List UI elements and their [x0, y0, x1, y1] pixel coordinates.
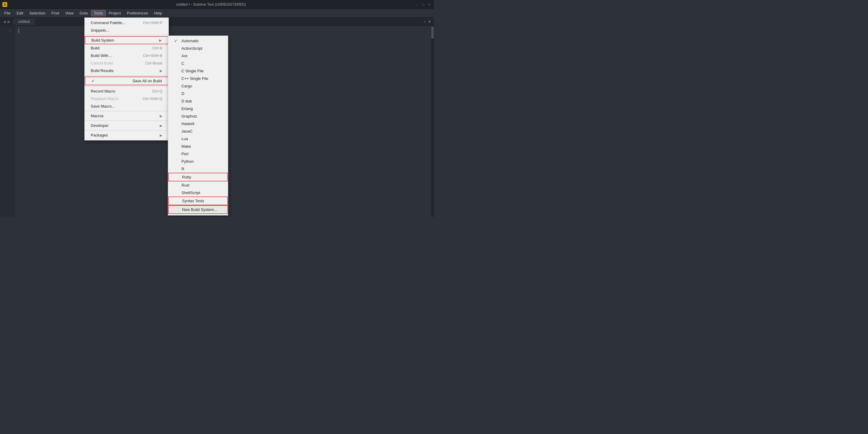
- build-system-javac[interactable]: JavaC: [168, 127, 228, 135]
- build-system-c-single[interactable]: C Single File: [168, 67, 228, 75]
- separator-4: [85, 111, 168, 111]
- build-system-new[interactable]: New Build System...: [168, 205, 228, 214]
- nav-right-icon[interactable]: ▶: [7, 19, 11, 24]
- menu-project[interactable]: Project: [106, 10, 124, 17]
- build-system-shellscript[interactable]: ShellScript: [168, 189, 228, 196]
- packages-arrow-icon: ▶: [160, 133, 162, 137]
- line-number-1: 1: [0, 28, 11, 33]
- build-label: Build: [91, 46, 99, 50]
- menu-file[interactable]: File: [1, 10, 13, 17]
- automatic-label: Automatic: [181, 38, 199, 43]
- tab-actions: + ▼: [424, 19, 432, 24]
- menu-build-system[interactable]: Build System ▶ ✓ Automatic ActionScript …: [85, 36, 168, 44]
- build-with-label: Build With...: [91, 53, 112, 58]
- build-system-cpp-single[interactable]: C++ Single File: [168, 75, 228, 82]
- syntax-tests-label: Syntax Tests: [182, 198, 204, 203]
- tab-untitled[interactable]: untitled: [13, 19, 35, 25]
- menu-record-macro[interactable]: Record Macro Ctrl+Q: [85, 87, 168, 95]
- haskell-label: Haskell: [181, 121, 194, 126]
- c-label: C: [181, 61, 184, 66]
- build-shortcut: Ctrl+B: [152, 46, 162, 50]
- menu-view[interactable]: View: [62, 10, 76, 17]
- menu-cancel-build: Cancel Build Ctrl+Break: [85, 59, 168, 67]
- macros-arrow-icon: ▶: [160, 114, 162, 118]
- menu-packages[interactable]: Packages ▶: [85, 131, 168, 139]
- graphviz-label: Graphviz: [181, 114, 197, 119]
- menu-save-macro[interactable]: Save Macro...: [85, 102, 168, 110]
- build-system-erlang[interactable]: Erlang: [168, 105, 228, 113]
- menu-edit[interactable]: Edit: [13, 10, 26, 17]
- menu-build-with[interactable]: Build With... Ctrl+Shift+B: [85, 52, 168, 59]
- menu-command-palette[interactable]: Command Palette... Ctrl+Shift+P: [85, 19, 168, 27]
- build-system-r[interactable]: R: [168, 165, 228, 173]
- ant-label: Ant: [181, 54, 187, 58]
- perl-label: Perl: [181, 152, 188, 156]
- menu-macros[interactable]: Macros ▶: [85, 112, 168, 120]
- build-system-graphviz[interactable]: Graphviz: [168, 113, 228, 120]
- window-title: untitled • - Sublime Text (UNREGISTERED): [9, 2, 413, 7]
- menu-tools[interactable]: Tools: [91, 10, 105, 16]
- playback-macro-label: Playback Macro: [91, 96, 119, 101]
- build-system-arrow-icon: ▶: [159, 38, 162, 42]
- menu-preferences[interactable]: Preferences: [124, 10, 151, 17]
- save-macro-label: Save Macro...: [91, 104, 115, 108]
- erlang-label: Erlang: [181, 106, 193, 111]
- c-single-label: C Single File: [181, 69, 204, 73]
- cancel-build-shortcut: Ctrl+Break: [145, 61, 162, 65]
- build-system-lua[interactable]: Lua: [168, 135, 228, 143]
- build-system-c[interactable]: C: [168, 60, 228, 67]
- minimize-button[interactable]: −: [415, 2, 420, 7]
- menu-playback-macro: Playback Macro Ctrl+Shift+Q: [85, 95, 168, 102]
- menu-save-all-on-build[interactable]: ✓ Save All on Build: [85, 76, 168, 85]
- titlebar: S untitled • - Sublime Text (UNREGISTERE…: [0, 0, 434, 9]
- separator-2: [85, 75, 168, 76]
- build-system-syntax-tests[interactable]: Syntax Tests: [168, 196, 228, 205]
- build-system-submenu: ✓ Automatic ActionScript Ant C C Single …: [168, 36, 228, 216]
- app-icon: S: [2, 2, 7, 7]
- build-system-perl[interactable]: Perl: [168, 150, 228, 158]
- maximize-button[interactable]: □: [421, 2, 426, 7]
- build-system-actionscript[interactable]: ActionScript: [168, 44, 228, 52]
- build-results-label: Build Results: [91, 68, 114, 73]
- make-label: Make: [181, 144, 191, 149]
- menu-help[interactable]: Help: [151, 10, 165, 17]
- build-results-arrow-icon: ▶: [160, 69, 162, 73]
- cancel-build-label: Cancel Build: [91, 61, 113, 65]
- build-system-cargo[interactable]: Cargo: [168, 82, 228, 90]
- tools-dropdown: Command Palette... Ctrl+Shift+P Snippets…: [84, 18, 169, 141]
- close-button[interactable]: ×: [427, 2, 432, 7]
- build-system-automatic[interactable]: ✓ Automatic: [168, 37, 228, 44]
- cargo-label: Cargo: [181, 84, 192, 88]
- menu-find[interactable]: Find: [49, 10, 62, 17]
- separator-1: [85, 35, 168, 35]
- playback-macro-shortcut: Ctrl+Shift+Q: [143, 97, 162, 101]
- build-system-rust[interactable]: Rust: [168, 181, 228, 189]
- rust-label: Rust: [181, 183, 190, 187]
- d-label: D: [181, 91, 184, 96]
- new-tab-icon[interactable]: +: [424, 19, 426, 24]
- record-macro-label: Record Macro: [91, 89, 116, 93]
- build-system-ant[interactable]: Ant: [168, 52, 228, 60]
- minimap-thumb[interactable]: [431, 27, 434, 38]
- menu-developer[interactable]: Developer ▶: [85, 122, 168, 129]
- shellscript-label: ShellScript: [181, 190, 200, 195]
- separator-6: [85, 130, 168, 130]
- build-system-ruby[interactable]: Ruby: [168, 173, 228, 181]
- cpp-single-label: C++ Single File: [181, 76, 208, 81]
- menu-build-results[interactable]: Build Results ▶: [85, 67, 168, 74]
- build-system-python[interactable]: Python: [168, 158, 228, 165]
- menu-snippets[interactable]: Snippets...: [85, 27, 168, 34]
- nav-left-icon[interactable]: ◀: [2, 19, 6, 24]
- menu-build[interactable]: Build Ctrl+B: [85, 44, 168, 52]
- menu-goto[interactable]: Goto: [76, 10, 91, 17]
- record-macro-shortcut: Ctrl+Q: [152, 89, 162, 93]
- line-numbers: 1: [0, 26, 15, 217]
- build-system-make[interactable]: Make: [168, 143, 228, 150]
- menu-selection[interactable]: Selection: [26, 10, 48, 17]
- developer-arrow-icon: ▶: [160, 124, 162, 128]
- build-system-haskell[interactable]: Haskell: [168, 120, 228, 127]
- tab-list-icon[interactable]: ▼: [427, 19, 432, 24]
- build-system-d-dub[interactable]: D dub: [168, 97, 228, 105]
- build-with-shortcut: Ctrl+Shift+B: [143, 54, 162, 58]
- build-system-d[interactable]: D: [168, 90, 228, 97]
